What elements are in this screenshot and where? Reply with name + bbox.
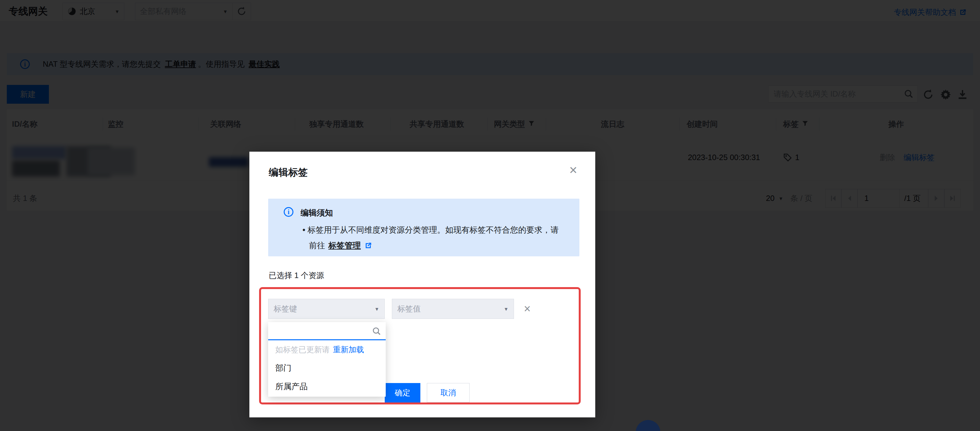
notice-line2: 前往 标签管理 — [309, 240, 372, 251]
dialog-title: 编辑标签 — [269, 166, 308, 179]
edit-notice-box: i 编辑须知 • 标签用于从不同维度对资源分类管理。如现有标签不符合您的要求，请… — [268, 199, 579, 256]
cancel-button[interactable]: 取消 — [427, 383, 469, 402]
notice-line2-prefix: 前往 — [309, 240, 325, 251]
dropdown-hint: 如标签已更新请 — [275, 345, 330, 355]
chevron-down-icon: ▼ — [374, 306, 379, 312]
tag-key-select[interactable]: 标签键 ▼ — [268, 299, 385, 319]
confirm-button[interactable]: 确定 — [385, 383, 420, 402]
info-icon: i — [284, 207, 293, 217]
dropdown-option-product[interactable]: 所属产品 — [268, 377, 386, 396]
dropdown-hint-row: 如标签已更新请 重新加载 — [268, 340, 386, 359]
tag-key-placeholder: 标签键 — [274, 304, 297, 314]
dropdown-search[interactable] — [268, 322, 386, 340]
notice-title: 编辑须知 — [301, 208, 333, 218]
notice-line1: • 标签用于从不同维度对资源分类管理。如现有标签不符合您的要求，请 — [302, 225, 558, 235]
tag-value-placeholder: 标签值 — [398, 304, 421, 314]
dropdown-option-department[interactable]: 部门 — [268, 359, 386, 377]
close-icon[interactable]: × — [565, 162, 581, 178]
selected-resource-label: 已选择 1 个资源 — [269, 270, 324, 281]
chevron-down-icon: ▼ — [504, 306, 509, 312]
reload-link[interactable]: 重新加载 — [333, 345, 364, 355]
search-icon — [372, 327, 381, 336]
tag-value-select[interactable]: 标签值 ▼ — [392, 299, 514, 319]
remove-tag-row-button[interactable]: × — [520, 299, 535, 319]
external-link-icon — [364, 241, 372, 250]
edit-tags-dialog: 编辑标签 × i 编辑须知 • 标签用于从不同维度对资源分类管理。如现有标签不符… — [249, 152, 595, 417]
screen: 专线网关 北京 ▼ 全部私有网络 ▼ 专线网关帮助文档 — [0, 0, 980, 431]
tag-management-link[interactable]: 标签管理 — [328, 240, 361, 251]
dropdown-search-input[interactable] — [268, 322, 386, 339]
tag-key-dropdown: 如标签已更新请 重新加载 部门 所属产品 — [268, 322, 386, 397]
